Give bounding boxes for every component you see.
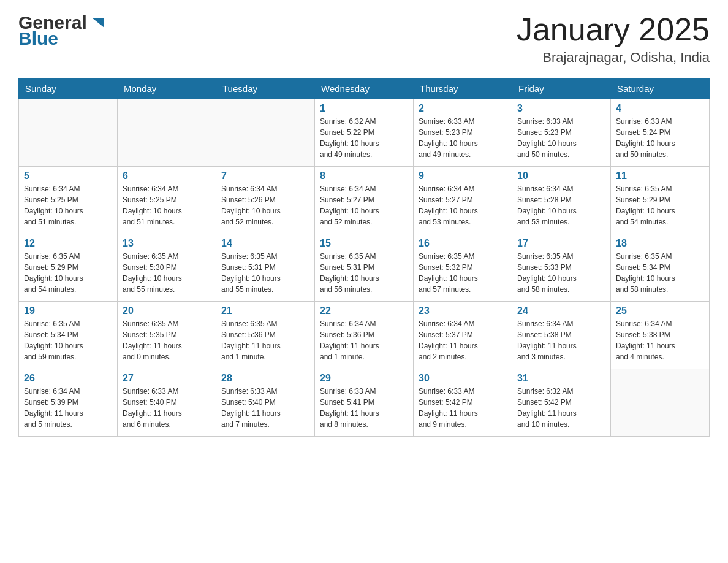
calendar-cell: 11Sunrise: 6:35 AM Sunset: 5:29 PM Dayli… xyxy=(611,167,710,234)
calendar-cell: 26Sunrise: 6:34 AM Sunset: 5:39 PM Dayli… xyxy=(19,369,118,437)
day-number: 6 xyxy=(123,170,211,182)
calendar-week-2: 5Sunrise: 6:34 AM Sunset: 5:25 PM Daylig… xyxy=(19,167,710,234)
title-section: January 2025 Brajarajnagar, Odisha, Indi… xyxy=(517,12,710,66)
calendar-cell: 14Sunrise: 6:35 AM Sunset: 5:31 PM Dayli… xyxy=(216,234,315,302)
calendar-cell: 4Sunrise: 6:33 AM Sunset: 5:24 PM Daylig… xyxy=(611,99,710,167)
logo-blue-text: Blue xyxy=(18,28,58,49)
day-info: Sunrise: 6:34 AM Sunset: 5:28 PM Dayligh… xyxy=(517,183,605,228)
logo-arrow-icon xyxy=(89,14,107,31)
calendar-cell: 31Sunrise: 6:32 AM Sunset: 5:42 PM Dayli… xyxy=(512,369,611,437)
day-number: 14 xyxy=(221,238,309,249)
calendar-cell: 10Sunrise: 6:34 AM Sunset: 5:28 PM Dayli… xyxy=(512,167,611,234)
calendar-week-1: 1Sunrise: 6:32 AM Sunset: 5:22 PM Daylig… xyxy=(19,99,710,167)
day-info: Sunrise: 6:34 AM Sunset: 5:27 PM Dayligh… xyxy=(320,183,408,228)
day-number: 1 xyxy=(320,103,408,114)
day-number: 18 xyxy=(616,238,704,249)
day-info: Sunrise: 6:34 AM Sunset: 5:36 PM Dayligh… xyxy=(320,318,408,362)
day-info: Sunrise: 6:32 AM Sunset: 5:42 PM Dayligh… xyxy=(517,386,605,430)
day-info: Sunrise: 6:34 AM Sunset: 5:38 PM Dayligh… xyxy=(517,318,605,362)
day-info: Sunrise: 6:35 AM Sunset: 5:33 PM Dayligh… xyxy=(517,251,605,295)
calendar-cell: 21Sunrise: 6:35 AM Sunset: 5:36 PM Dayli… xyxy=(216,302,315,369)
day-info: Sunrise: 6:34 AM Sunset: 5:25 PM Dayligh… xyxy=(24,183,112,228)
day-info: Sunrise: 6:35 AM Sunset: 5:30 PM Dayligh… xyxy=(123,251,211,295)
calendar-cell: 1Sunrise: 6:32 AM Sunset: 5:22 PM Daylig… xyxy=(315,99,414,167)
calendar-cell: 2Sunrise: 6:33 AM Sunset: 5:23 PM Daylig… xyxy=(414,99,512,167)
day-info: Sunrise: 6:33 AM Sunset: 5:24 PM Dayligh… xyxy=(616,116,704,160)
header-day-wednesday: Wednesday xyxy=(315,79,414,99)
day-info: Sunrise: 6:34 AM Sunset: 5:39 PM Dayligh… xyxy=(24,386,112,430)
day-info: Sunrise: 6:35 AM Sunset: 5:31 PM Dayligh… xyxy=(221,251,309,295)
calendar-cell xyxy=(118,99,216,167)
day-number: 31 xyxy=(517,373,605,384)
day-info: Sunrise: 6:33 AM Sunset: 5:23 PM Dayligh… xyxy=(419,116,507,160)
day-number: 4 xyxy=(616,103,704,114)
svg-marker-0 xyxy=(92,18,104,28)
header-day-tuesday: Tuesday xyxy=(216,79,315,99)
day-number: 2 xyxy=(419,103,507,114)
day-number: 19 xyxy=(24,305,112,316)
header-day-saturday: Saturday xyxy=(611,79,710,99)
calendar-cell: 5Sunrise: 6:34 AM Sunset: 5:25 PM Daylig… xyxy=(19,167,118,234)
day-number: 17 xyxy=(517,238,605,249)
day-number: 24 xyxy=(517,305,605,316)
day-number: 9 xyxy=(419,170,507,182)
calendar-cell: 24Sunrise: 6:34 AM Sunset: 5:38 PM Dayli… xyxy=(512,302,611,369)
day-number: 11 xyxy=(616,170,704,182)
calendar-cell: 16Sunrise: 6:35 AM Sunset: 5:32 PM Dayli… xyxy=(414,234,512,302)
calendar-cell: 25Sunrise: 6:34 AM Sunset: 5:38 PM Dayli… xyxy=(611,302,710,369)
day-info: Sunrise: 6:35 AM Sunset: 5:31 PM Dayligh… xyxy=(320,251,408,295)
day-info: Sunrise: 6:35 AM Sunset: 5:34 PM Dayligh… xyxy=(616,251,704,295)
day-info: Sunrise: 6:33 AM Sunset: 5:40 PM Dayligh… xyxy=(123,386,211,430)
day-info: Sunrise: 6:34 AM Sunset: 5:38 PM Dayligh… xyxy=(616,318,704,362)
day-info: Sunrise: 6:34 AM Sunset: 5:37 PM Dayligh… xyxy=(419,318,507,362)
day-info: Sunrise: 6:34 AM Sunset: 5:27 PM Dayligh… xyxy=(419,183,507,228)
calendar-week-5: 26Sunrise: 6:34 AM Sunset: 5:39 PM Dayli… xyxy=(19,369,710,437)
day-info: Sunrise: 6:35 AM Sunset: 5:32 PM Dayligh… xyxy=(419,251,507,295)
day-number: 7 xyxy=(221,170,309,182)
day-number: 22 xyxy=(320,305,408,316)
page-header: General Blue January 2025 Brajarajnagar,… xyxy=(18,12,710,66)
calendar-cell: 19Sunrise: 6:35 AM Sunset: 5:34 PM Dayli… xyxy=(19,302,118,369)
calendar-table: SundayMondayTuesdayWednesdayThursdayFrid… xyxy=(18,78,710,437)
calendar-cell: 13Sunrise: 6:35 AM Sunset: 5:30 PM Dayli… xyxy=(118,234,216,302)
location-text: Brajarajnagar, Odisha, India xyxy=(517,50,710,66)
day-number: 30 xyxy=(419,373,507,384)
month-title: January 2025 xyxy=(517,12,710,47)
calendar-cell: 30Sunrise: 6:33 AM Sunset: 5:42 PM Dayli… xyxy=(414,369,512,437)
calendar-cell: 17Sunrise: 6:35 AM Sunset: 5:33 PM Dayli… xyxy=(512,234,611,302)
day-info: Sunrise: 6:34 AM Sunset: 5:25 PM Dayligh… xyxy=(123,183,211,228)
day-info: Sunrise: 6:35 AM Sunset: 5:29 PM Dayligh… xyxy=(616,183,704,228)
calendar-week-3: 12Sunrise: 6:35 AM Sunset: 5:29 PM Dayli… xyxy=(19,234,710,302)
calendar-cell xyxy=(19,99,118,167)
day-number: 27 xyxy=(123,373,211,384)
day-info: Sunrise: 6:32 AM Sunset: 5:22 PM Dayligh… xyxy=(320,116,408,160)
day-info: Sunrise: 6:33 AM Sunset: 5:40 PM Dayligh… xyxy=(221,386,309,430)
calendar-cell: 9Sunrise: 6:34 AM Sunset: 5:27 PM Daylig… xyxy=(414,167,512,234)
day-number: 3 xyxy=(517,103,605,114)
day-info: Sunrise: 6:35 AM Sunset: 5:36 PM Dayligh… xyxy=(221,318,309,362)
day-number: 29 xyxy=(320,373,408,384)
calendar-header-row: SundayMondayTuesdayWednesdayThursdayFrid… xyxy=(19,79,710,99)
calendar-cell: 12Sunrise: 6:35 AM Sunset: 5:29 PM Dayli… xyxy=(19,234,118,302)
day-info: Sunrise: 6:35 AM Sunset: 5:29 PM Dayligh… xyxy=(24,251,112,295)
day-number: 8 xyxy=(320,170,408,182)
day-number: 21 xyxy=(221,305,309,316)
calendar-cell xyxy=(216,99,315,167)
day-info: Sunrise: 6:35 AM Sunset: 5:34 PM Dayligh… xyxy=(24,318,112,362)
calendar-cell: 29Sunrise: 6:33 AM Sunset: 5:41 PM Dayli… xyxy=(315,369,414,437)
day-info: Sunrise: 6:33 AM Sunset: 5:42 PM Dayligh… xyxy=(419,386,507,430)
header-day-monday: Monday xyxy=(118,79,216,99)
day-number: 16 xyxy=(419,238,507,249)
header-day-sunday: Sunday xyxy=(19,79,118,99)
day-number: 26 xyxy=(24,373,112,384)
day-number: 28 xyxy=(221,373,309,384)
header-day-friday: Friday xyxy=(512,79,611,99)
calendar-cell: 28Sunrise: 6:33 AM Sunset: 5:40 PM Dayli… xyxy=(216,369,315,437)
calendar-cell: 15Sunrise: 6:35 AM Sunset: 5:31 PM Dayli… xyxy=(315,234,414,302)
day-info: Sunrise: 6:35 AM Sunset: 5:35 PM Dayligh… xyxy=(123,318,211,362)
day-number: 12 xyxy=(24,238,112,249)
day-number: 25 xyxy=(616,305,704,316)
logo: General Blue xyxy=(18,12,107,49)
day-info: Sunrise: 6:33 AM Sunset: 5:23 PM Dayligh… xyxy=(517,116,605,160)
day-info: Sunrise: 6:34 AM Sunset: 5:26 PM Dayligh… xyxy=(221,183,309,228)
